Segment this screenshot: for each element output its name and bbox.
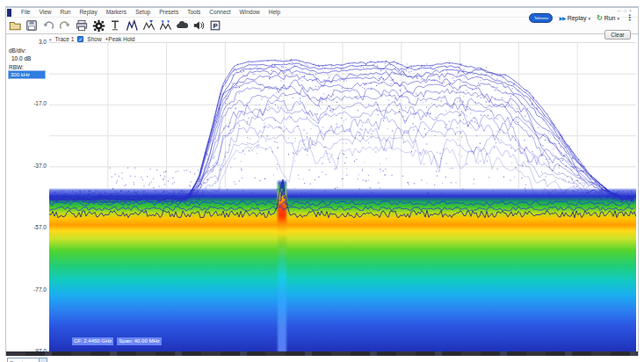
clear-button[interactable]: Clear bbox=[604, 30, 631, 40]
menu-item-replay[interactable]: Replay bbox=[79, 8, 97, 17]
menu-item-window[interactable]: Window bbox=[240, 8, 260, 17]
more-options-icon[interactable]: ⋮ bbox=[626, 13, 633, 23]
marker-setup-icon[interactable] bbox=[158, 18, 172, 33]
peak-search-icon[interactable] bbox=[141, 18, 156, 33]
app-icon bbox=[7, 9, 11, 17]
print-icon[interactable] bbox=[75, 18, 89, 33]
db-div-label: dB/div: bbox=[9, 47, 26, 54]
settings-gear-icon[interactable] bbox=[91, 18, 105, 33]
audio-demod-icon[interactable] bbox=[192, 18, 206, 33]
detection-label: +Peak Hold bbox=[105, 36, 135, 42]
run-label: Run bbox=[604, 15, 616, 21]
replay-label: Replay bbox=[568, 15, 587, 21]
chevron-down-icon[interactable]: ▾ bbox=[617, 16, 619, 21]
settings-panel: dB/div: 10.0 dB RBW: 300 kHz Spectrum ▾ bbox=[6, 34, 49, 351]
trigger-icon[interactable] bbox=[108, 18, 122, 33]
trace-selector[interactable]: Trace 1 bbox=[55, 36, 75, 42]
peak-hold-traces bbox=[49, 43, 636, 351]
menu-item-help[interactable]: Help bbox=[269, 8, 280, 17]
frequency-readout: CF: 2.4450 GHz Span: 40.00 MHz bbox=[72, 337, 162, 345]
show-label: Show bbox=[87, 36, 101, 42]
replay-icon: ▶▶ bbox=[559, 15, 565, 21]
run-button[interactable]: ↻ Run ▾ bbox=[597, 14, 619, 22]
tektronix-badge: Tektronix bbox=[529, 13, 553, 23]
rbw-input[interactable]: 300 kHz bbox=[8, 70, 46, 79]
spectrum-trace-icon[interactable] bbox=[125, 18, 139, 33]
span-readout[interactable]: Span: 40.00 MHz bbox=[117, 337, 161, 345]
run-icon: ↻ bbox=[597, 14, 603, 22]
menu-item-view[interactable]: View bbox=[39, 8, 51, 17]
signal-analyzer-window: FileViewRunReplayMarkersSetupPresetsTool… bbox=[6, 7, 638, 355]
menu-item-connect[interactable]: Connect bbox=[209, 8, 230, 17]
menu-item-setup[interactable]: Setup bbox=[135, 8, 150, 17]
chevron-down-icon[interactable]: ▾ bbox=[588, 16, 590, 21]
spectrum-plot[interactable]: CF: 2.4450 GHz Span: 40.00 MHz bbox=[49, 42, 636, 351]
preset-icon[interactable]: P bbox=[208, 18, 222, 33]
save-icon[interactable] bbox=[25, 18, 39, 33]
svg-text:P: P bbox=[213, 22, 218, 30]
acquire-icon[interactable] bbox=[175, 18, 189, 33]
menu-item-run[interactable]: Run bbox=[60, 8, 70, 17]
chevron-down-icon[interactable]: ▾ bbox=[39, 358, 47, 362]
open-file-icon[interactable] bbox=[8, 18, 22, 33]
collapse-arrow-icon[interactable]: ▾ bbox=[49, 37, 52, 42]
center-frequency-readout[interactable]: CF: 2.4450 GHz bbox=[72, 337, 113, 345]
redo-icon[interactable] bbox=[58, 18, 72, 33]
db-div-value[interactable]: 10.0 dB bbox=[11, 55, 31, 62]
replay-button[interactable]: ▶▶ Replay ▾ bbox=[559, 15, 590, 21]
screenshot-root: FileViewRunReplayMarkersSetupPresetsTool… bbox=[0, 0, 644, 362]
menu-item-presets[interactable]: Presets bbox=[159, 8, 178, 17]
rbw-label: RBW: bbox=[9, 64, 24, 70]
menu-item-file[interactable]: File bbox=[21, 8, 30, 17]
undo-icon[interactable] bbox=[41, 18, 55, 33]
menu-item-tools[interactable]: Tools bbox=[187, 8, 200, 17]
view-selector-dropdown[interactable]: Spectrum ▾ bbox=[7, 358, 47, 362]
menu-item-markers[interactable]: Markers bbox=[106, 8, 127, 17]
acquisition-controls: Tektronix ▶▶ Replay ▾ ↻ Run ▾ ⋮ bbox=[529, 12, 633, 24]
show-checkbox[interactable]: ✓ bbox=[77, 36, 83, 42]
taskbar-strip bbox=[6, 351, 638, 356]
